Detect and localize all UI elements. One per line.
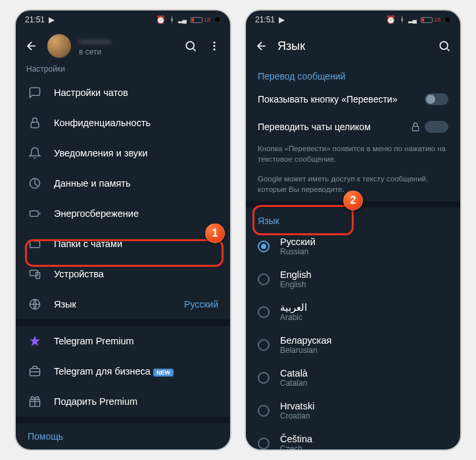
lock-icon <box>28 116 42 130</box>
divider <box>16 417 230 423</box>
svg-point-1 <box>214 41 216 43</box>
radio[interactable] <box>258 372 270 384</box>
item-folders[interactable]: Папки с чатами <box>16 229 230 259</box>
page-title: Язык <box>277 39 429 53</box>
item-label: Папки с чатами <box>54 239 218 249</box>
new-badge: NEW <box>153 369 174 377</box>
item-gift[interactable]: Подарить Premium <box>16 386 230 417</box>
lang-title: العربية <box>280 302 307 313</box>
briefcase-icon <box>28 364 42 379</box>
lang-sub: Catalan <box>280 379 308 388</box>
bt-icon: ᚼ <box>400 15 404 24</box>
item-label: Подарить Premium <box>54 396 218 407</box>
battery-icon <box>28 206 42 221</box>
gift-icon <box>28 394 42 409</box>
item-premium[interactable]: Telegram Premium <box>16 326 230 356</box>
battery-indicator: 18 <box>421 16 440 23</box>
svg-point-14 <box>440 41 448 49</box>
lang-title: Hrvatski <box>280 401 314 411</box>
search-button[interactable] <box>183 38 199 54</box>
toggle-label: Показывать кнопку «Перевести» <box>258 94 397 104</box>
divider <box>16 319 230 326</box>
lang-belarusian[interactable]: Беларуская Belarusian <box>246 329 460 361</box>
info-translate-button: Кнопка «Перевести» появится в меню по на… <box>246 141 460 171</box>
radio-checked[interactable] <box>258 241 270 252</box>
item-language[interactable]: Язык Русский <box>16 289 230 319</box>
profile-name: ——— <box>79 35 175 47</box>
status-bar: 21:51 ▶ ⏰ ᚼ ▂▄ 18 <box>246 11 460 29</box>
item-label: Telegram Premium <box>54 336 218 346</box>
toggle-show-translate[interactable]: Показывать кнопку «Перевести» <box>246 85 460 113</box>
toggle-translate-chats[interactable]: Переводить чаты целиком <box>246 113 460 141</box>
svg-rect-4 <box>31 122 39 127</box>
profile-status: в сети <box>79 47 175 57</box>
svg-point-3 <box>214 49 216 51</box>
status-time: 21:51 <box>255 15 275 24</box>
item-label: Энергосбережение <box>54 208 218 219</box>
lang-sub: Arabic <box>280 313 307 322</box>
lang-russian[interactable]: Русский Russian <box>246 230 460 263</box>
youtube-icon: ▶ <box>279 15 285 24</box>
settings-list: Настройки Настройки чатов Конфиденциальн… <box>16 63 230 449</box>
language-content: Перевод сообщений Показывать кнопку «Пер… <box>246 63 460 449</box>
profile-header: ——— в сети <box>16 29 230 63</box>
section-help: Помощь <box>16 423 230 446</box>
folder-icon <box>28 237 42 251</box>
radio[interactable] <box>258 339 270 351</box>
item-label: Язык <box>54 299 172 310</box>
toggle-label: Переводить чаты целиком <box>258 122 371 132</box>
item-privacy[interactable]: Конфиденциальность <box>16 108 230 138</box>
lang-sub: Croatian <box>280 411 314 421</box>
back-button[interactable] <box>254 38 270 54</box>
camera-notch <box>444 16 451 23</box>
status-bar: 21:51 ▶ ⏰ ᚼ ▂▄ 18 <box>16 11 230 29</box>
lang-sub: Czech <box>280 444 312 449</box>
radio[interactable] <box>258 273 270 285</box>
search-button[interactable] <box>437 38 452 54</box>
bt-icon: ᚼ <box>170 15 174 24</box>
globe-icon <box>28 297 42 311</box>
lang-title: Русский <box>280 237 316 247</box>
radio[interactable] <box>258 306 270 318</box>
item-business[interactable]: Telegram для бизнесаNEW <box>16 356 230 386</box>
radio[interactable] <box>258 405 270 417</box>
language-header: Язык <box>246 29 460 63</box>
lang-czech[interactable]: Čeština Czech <box>246 427 460 449</box>
lang-croatian[interactable]: Hrvatski Croatian <box>246 394 460 427</box>
section-translation: Перевод сообщений <box>246 63 460 85</box>
camera-notch <box>214 16 221 23</box>
lang-english[interactable]: English English <box>246 263 460 296</box>
toggle-switch[interactable] <box>425 93 448 105</box>
lock-icon <box>410 122 421 132</box>
pie-icon <box>28 176 42 191</box>
back-button[interactable] <box>24 38 39 54</box>
signal-icon: ▂▄ <box>178 16 187 23</box>
item-devices[interactable]: Устройства <box>16 259 230 289</box>
locked-toggle[interactable] <box>410 121 448 133</box>
callout-1: 1 <box>205 223 225 243</box>
youtube-icon: ▶ <box>49 15 55 24</box>
more-button[interactable] <box>206 38 222 54</box>
item-power-saving[interactable]: Энергосбережение <box>16 198 230 229</box>
lang-title: Čeština <box>280 434 312 444</box>
lang-arabic[interactable]: العربية Arabic <box>246 296 460 329</box>
lang-title: English <box>280 269 312 280</box>
section-settings: Настройки <box>16 63 230 78</box>
lang-title: Català <box>280 368 308 379</box>
item-ask[interactable]: Задать вопрос <box>16 446 230 449</box>
alarm-icon: ⏰ <box>156 15 166 24</box>
item-notifications[interactable]: Уведомления и звуки <box>16 138 230 168</box>
bell-icon <box>28 146 42 160</box>
radio[interactable] <box>258 438 270 449</box>
svg-rect-6 <box>30 211 39 216</box>
status-time: 21:51 <box>25 15 45 24</box>
lang-sub: Russian <box>280 247 316 256</box>
item-data-storage[interactable]: Данные и память <box>16 168 230 198</box>
item-label: Настройки чатов <box>54 87 218 98</box>
item-chat-settings[interactable]: Настройки чатов <box>16 78 230 108</box>
lang-title: Беларуская <box>280 335 331 346</box>
lang-catalan[interactable]: Català Catalan <box>246 361 460 394</box>
section-language-list: Язык <box>246 208 460 230</box>
avatar[interactable] <box>47 34 71 58</box>
item-value: Русский <box>184 299 218 310</box>
